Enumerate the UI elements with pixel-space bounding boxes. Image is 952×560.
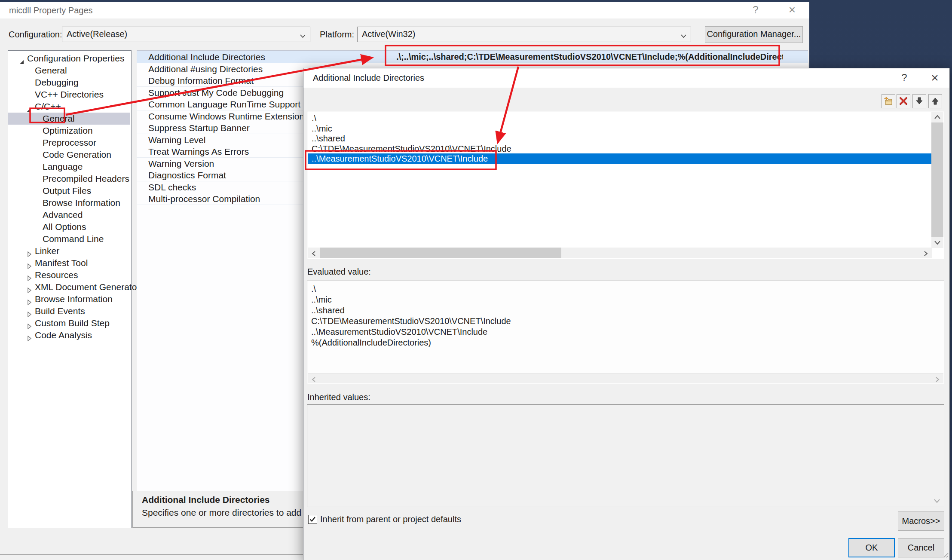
grid-row-additional-include-directories[interactable]: Additional Include Directories .\;..\mic…: [137, 51, 808, 63]
move-up-button[interactable]: [928, 94, 942, 108]
platform-value: Active(Win32): [362, 27, 415, 41]
tree-item-c-cpp[interactable]: C/C++: [8, 101, 130, 113]
tree-item-code-analysis[interactable]: Code Analysis: [8, 329, 130, 341]
tree-item-preprocessor[interactable]: Preprocessor: [8, 137, 130, 149]
tree-item-resources[interactable]: Resources: [8, 269, 130, 281]
list-item[interactable]: ..\shared: [308, 133, 936, 144]
move-down-button[interactable]: [912, 94, 926, 108]
scroll-right-icon[interactable]: [931, 373, 943, 384]
configuration-select[interactable]: Active(Release): [62, 27, 310, 42]
window-title: micdll Property Pages: [9, 2, 93, 18]
configuration-value: Active(Release): [67, 27, 127, 41]
tree-item-language[interactable]: Language: [8, 161, 130, 173]
scroll-up-icon[interactable]: [931, 112, 943, 122]
platform-label: Platform:: [320, 27, 354, 42]
inherit-checkbox-label: Inherit from parent or project defaults: [320, 511, 461, 527]
horizontal-scrollbar[interactable]: [308, 373, 943, 383]
resize-grip[interactable]: [943, 552, 949, 560]
tree-item-build-events[interactable]: Build Events: [8, 305, 130, 317]
description-title: Additional Include Directories: [142, 495, 270, 505]
scrollbar-thumb[interactable]: [931, 122, 943, 237]
visual-studio-environment: micdll Property Pages ? × Configuration:…: [0, 0, 952, 560]
close-icon[interactable]: ×: [782, 2, 802, 18]
tree-item-browse-information[interactable]: Browse Information: [8, 197, 130, 209]
tree-item-custom-build-step[interactable]: Custom Build Step: [8, 317, 130, 329]
evaluated-lines: .\ ..\mic ..\shared C:\TDE\MeasurementSt…: [311, 284, 511, 348]
tree-item-code-generation[interactable]: Code Generation: [8, 149, 130, 161]
list-item[interactable]: .\: [308, 113, 936, 123]
inherited-values-label: Inherited values:: [307, 392, 370, 402]
list-item-selected[interactable]: ..\MeasurementStudioVS2010\VCNET\Include: [308, 153, 936, 164]
additional-include-directories-dialog: Additional Include Directories ? ×: [303, 68, 950, 560]
tree-item-command-line[interactable]: Command Line: [8, 233, 130, 245]
scroll-down-icon[interactable]: [931, 237, 943, 248]
tree-item-advanced[interactable]: Advanced: [8, 209, 130, 221]
additional-include-directories-value[interactable]: .\;..\mic;..\shared;C:\TDE\MeasurementSt…: [396, 51, 783, 63]
configuration-manager-button[interactable]: Configuration Manager...: [705, 26, 803, 43]
help-icon[interactable]: ?: [747, 2, 764, 18]
tree-item-debugging[interactable]: Debugging: [8, 77, 130, 89]
inherit-from-parent-checkbox[interactable]: [308, 515, 317, 524]
tree-item-optimization[interactable]: Optimization: [8, 125, 130, 137]
main-titlebar[interactable]: micdll Property Pages ? ×: [0, 2, 809, 18]
new-line-button[interactable]: [882, 94, 895, 108]
dialog-title: Additional Include Directories: [313, 68, 424, 88]
tree-item-general[interactable]: General: [8, 64, 130, 77]
configuration-tree: Configuration Properties General Debuggi…: [8, 50, 132, 528]
horizontal-scrollbar[interactable]: [308, 248, 932, 258]
tree-item-all-options[interactable]: All Options: [8, 221, 130, 233]
ok-button[interactable]: OK: [848, 538, 895, 557]
cancel-button[interactable]: Cancel: [898, 538, 944, 557]
configuration-label: Configuration:: [9, 27, 62, 42]
tree-item-vcpp-directories[interactable]: VC++ Directories: [8, 89, 130, 101]
tree-collapsed-icon[interactable]: [27, 333, 32, 345]
checkmark-icon: [309, 515, 317, 523]
list-item[interactable]: C:\TDE\MeasurementStudioVS2010\VCNET\Inc…: [308, 144, 936, 154]
chevron-down-icon: [680, 32, 687, 40]
tree-item-configuration-properties[interactable]: Configuration Properties: [8, 52, 130, 64]
evaluated-value-label: Evaluated value:: [307, 267, 371, 277]
inherited-values-box: [307, 404, 944, 507]
dialog-titlebar[interactable]: Additional Include Directories ? ×: [303, 68, 949, 88]
scroll-left-icon[interactable]: [308, 248, 320, 258]
tree-item-output-files[interactable]: Output Files: [8, 185, 130, 197]
tree-item-manifest-tool[interactable]: Manifest Tool: [8, 257, 130, 269]
scroll-left-icon[interactable]: [308, 373, 320, 384]
tree-item-c-cpp-general[interactable]: General: [8, 113, 130, 125]
scrollbar-thumb[interactable]: [320, 248, 561, 258]
macros-button[interactable]: Macros>>: [898, 511, 944, 531]
delete-line-button[interactable]: [897, 94, 910, 108]
scroll-right-icon[interactable]: [920, 248, 932, 258]
chevron-down-icon: [300, 32, 306, 40]
tree-item-precompiled-headers[interactable]: Precompiled Headers: [8, 173, 130, 185]
tree-item-xml-document-generator[interactable]: XML Document Generator: [8, 281, 130, 293]
evaluated-value-box: .\ ..\mic ..\shared C:\TDE\MeasurementSt…: [307, 281, 944, 384]
include-directories-list[interactable]: .\ ..\mic ..\shared C:\TDE\MeasurementSt…: [307, 111, 944, 259]
tree-item-linker[interactable]: Linker: [8, 245, 130, 257]
help-icon[interactable]: ?: [896, 68, 913, 88]
close-icon[interactable]: ×: [926, 68, 944, 88]
tree-item-browse-information-2[interactable]: Browse Information: [8, 293, 130, 305]
list-item[interactable]: ..\mic: [308, 123, 936, 134]
vertical-scrollbar[interactable]: [931, 112, 943, 248]
platform-select[interactable]: Active(Win32): [357, 27, 691, 42]
scroll-down-icon[interactable]: [934, 497, 940, 505]
